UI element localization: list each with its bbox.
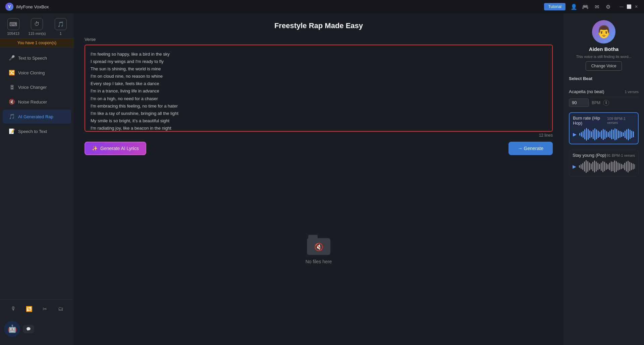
close-button[interactable]: ✕ [634,4,639,9]
page-title: Freestyle Rap Made Easy [85,21,553,30]
beat-burn-info: 109 BPM-1 verses [607,117,635,125]
beat-card-burn-rate[interactable]: Burn rate (Hip Hop) 109 BPM-1 verses ▶ [569,112,639,144]
time-icon: ⏱ [31,18,43,30]
bpm-row: BPM ℹ [569,98,639,107]
play-button-burn[interactable]: ▶ [573,132,577,137]
beat-stay-info: 91 BPM-1 verses [607,153,635,157]
count-value: 1 [60,31,62,36]
app-body: ⌨ 105413 ⏱ 115 min(s) 🎵 1 You have 1 cou… [0,13,644,345]
lines-count: 12 lines [85,133,553,138]
verse-label: Verse [85,37,553,42]
voice-card: 👨 Aiden Botha This voice is still findin… [569,20,639,71]
coupon-bar: You have 1 coupon(s) [0,39,74,48]
beat-burn-player: ▶ [573,128,635,141]
folder-icon[interactable]: 🗂 [55,303,66,314]
characters-icon: ⌨ [7,18,19,30]
time-value: 115 min(s) [28,31,46,36]
noise-reducer-icon: 🔇 [9,99,15,105]
loop-icon[interactable]: 🔁 [24,303,35,314]
sparkle-icon: ✨ [92,146,98,151]
sidebar-item-label: AI Generated Rap [18,114,53,119]
stat-count: 🎵 1 [55,18,67,36]
voice-changer-icon: 🎛 [9,84,15,90]
sidebar-item-label: Text to Speech [18,56,47,61]
beat-stay-name: Stay young (Pop) [573,153,606,158]
titlebar: V iMyFone VoxBox Tutorial 👤 🎮 ✉ ⚙ — ⬜ ✕ [0,0,644,13]
discord-icon[interactable]: 🎮 [582,4,588,10]
mail-icon[interactable]: ✉ [594,4,600,10]
characters-value: 105413 [7,31,19,36]
no-files-area: 🔇 No files here [85,162,553,337]
waveform-stay [579,160,635,173]
bpm-input[interactable] [569,98,589,107]
play-button-stay[interactable]: ▶ [573,164,576,169]
no-files-icon: 🔇 [307,235,330,255]
sidebar-item-voice-cloning[interactable]: 🔀 Voice Cloning [3,66,71,80]
microphone-icon[interactable]: 🎙 [8,303,19,314]
voice-cloning-icon: 🔀 [9,70,15,76]
beat-card-stay-young[interactable]: Stay young (Pop) 91 BPM-1 verses ▶ [569,150,639,176]
sidebar: ⌨ 105413 ⏱ 115 min(s) 🎵 1 You have 1 cou… [0,13,74,345]
count-icon: 🎵 [55,18,67,30]
voice-subtitle: This voice is still finding its word... [576,55,631,59]
beat-burn-name: Burn rate (Hip Hop) [573,116,607,126]
chatbot-avatar[interactable]: 🤖 [4,321,20,337]
window-controls: — ⬜ ✕ [619,4,639,9]
titlebar-icons: 👤 🎮 ✉ ⚙ — ⬜ ✕ [571,4,639,10]
beat-option-acapella: Acapella (no beat) 1 verses BPM ℹ [569,86,639,107]
no-files-text: No files here [306,259,332,264]
chatbot-message: 💬 [23,325,34,333]
sidebar-stats: ⌨ 105413 ⏱ 115 min(s) 🎵 1 [0,13,74,39]
beat-acapella-info: 1 verses [625,90,639,94]
sidebar-item-label: Voice Changer [18,85,47,90]
user-icon[interactable]: 👤 [571,4,577,10]
right-panel: 👨 Aiden Botha This voice is still findin… [564,13,644,345]
minimize-button[interactable]: — [619,4,624,9]
speech-to-text-icon: 📝 [9,128,15,134]
main-content: Freestyle Rap Made Easy Verse I'm feelin… [74,13,564,345]
sidebar-bottom: 🎙 🔁 ✂ 🗂 [0,299,74,318]
sidebar-item-text-to-speech[interactable]: 🎤 Text to Speech [3,51,71,65]
ai-rap-icon: 🎵 [9,114,15,120]
sidebar-item-label: Noise Reducer [18,99,47,105]
sidebar-item-label: Voice Cloning [18,70,45,75]
sidebar-item-label: Speech to Text [18,129,47,134]
tutorial-button[interactable]: Tutorial [544,3,566,10]
sidebar-item-voice-changer[interactable]: 🎛 Voice Changer [3,80,71,94]
app-title: iMyFone VoxBox [16,4,49,9]
bpm-label: BPM [592,100,600,105]
voice-avatar: 👨 [592,20,615,44]
generate-ai-lyrics-button[interactable]: ✨ Generate AI Lyrics [85,142,146,155]
cut-icon[interactable]: ✂ [40,303,50,314]
action-bar: ✨ Generate AI Lyrics → Generate [85,142,553,155]
sidebar-item-noise-reducer[interactable]: 🔇 Noise Reducer [3,95,71,109]
app-logo: V [5,3,13,11]
stat-characters: ⌨ 105413 [7,18,19,36]
lyrics-box[interactable]: I'm feeling so happy, like a bird in the… [85,45,553,132]
sidebar-item-ai-generated-rap[interactable]: 🎵 AI Generated Rap [3,110,71,124]
change-voice-button[interactable]: Change Voice [586,61,622,71]
waveform-burn [579,128,635,141]
settings-icon[interactable]: ⚙ [605,4,611,10]
beat-stay-player: ▶ [573,160,635,173]
voice-name: Aiden Botha [589,46,619,52]
maximize-button[interactable]: ⬜ [627,4,631,9]
sidebar-item-speech-to-text[interactable]: 📝 Speech to Text [3,124,71,138]
sidebar-nav: 🎤 Text to Speech 🔀 Voice Cloning 🎛 Voice… [0,48,74,299]
select-beat-label: Select Beat [569,76,639,81]
beat-acapella-row: Acapella (no beat) 1 verses [569,86,639,97]
stat-time: ⏱ 115 min(s) [28,18,46,36]
beat-acapella-name: Acapella (no beat) [569,89,604,94]
text-to-speech-icon: 🎤 [9,55,15,61]
bpm-info-icon[interactable]: ℹ [603,100,609,106]
beat-stay-header: Stay young (Pop) 91 BPM-1 verses [573,153,635,158]
chatbot-area: 🤖 💬 [0,318,74,340]
generate-button[interactable]: → Generate [508,142,553,155]
beat-card-header: Burn rate (Hip Hop) 109 BPM-1 verses [573,116,635,126]
